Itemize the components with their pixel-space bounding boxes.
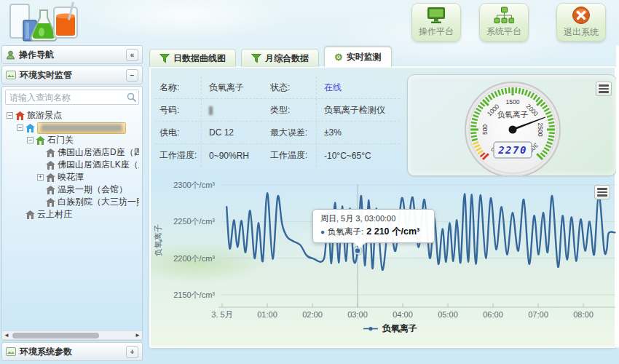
x-tick-label: 3. 5月: [211, 310, 232, 319]
house-gray-icon: [46, 198, 55, 207]
operate-platform-label: 操作平台: [419, 25, 454, 38]
field-value: 负氧离子检测仪: [317, 104, 400, 116]
tree-item-label: 映花潭: [58, 171, 84, 183]
field-label: 工作温度:: [270, 144, 317, 167]
expand-panel-button[interactable]: +: [126, 346, 138, 358]
horizontal-scrollbar[interactable]: ◄ ►: [2, 331, 142, 340]
collapse-sidebar-button[interactable]: «: [126, 49, 138, 61]
field-value: 0~90%RH: [202, 151, 270, 161]
gauge-title: 负氧离子: [497, 110, 529, 119]
tree-item[interactable]: 云上村庄: [5, 208, 139, 221]
field-label: 类型:: [270, 99, 317, 121]
picture-icon: [6, 347, 16, 356]
chart-legend[interactable]: 负氧离子: [363, 323, 417, 335]
gauge-tick-label: 2500: [537, 123, 544, 137]
tooltip-date: 周日, 5月 3, 03:00:00: [320, 213, 427, 224]
series-bullet-icon: ●: [320, 228, 325, 236]
funnel-icon: [251, 54, 261, 63]
field-value: [202, 105, 270, 115]
y-axis-title: 负氧离子: [154, 224, 162, 256]
lab-flasks-logo: [6, 1, 82, 44]
app-header: 操作平台 系统平台 退出系统: [0, 0, 619, 45]
tree-item[interactable]: +映花潭: [5, 171, 139, 183]
ion-gauge: 050010001500200025003000负氧离子2270: [408, 75, 617, 176]
tree-item[interactable]: −: [5, 122, 139, 134]
house-gray-icon: [25, 210, 35, 219]
system-platform-button[interactable]: 系统平台: [479, 3, 529, 41]
collapse-node-icon[interactable]: −: [27, 137, 33, 143]
tree-item[interactable]: −旅游景点: [5, 109, 139, 122]
selected-tree-item[interactable]: [37, 122, 126, 134]
collapse-panel-button[interactable]: −: [126, 69, 138, 82]
device-info-grid: 名称:负氧离子状态:在线号码:类型:负氧离子检测仪供电:DC 12最大误差:±3…: [155, 76, 400, 167]
nav-panel-header[interactable]: 操作导航 «: [1, 45, 143, 64]
x-tick-label: 04:00: [393, 310, 413, 319]
chart-menu-button[interactable]: [594, 185, 610, 199]
field-label: 号码:: [155, 99, 202, 121]
y-tick-label: 2250个/cm³: [173, 217, 215, 226]
tab-daily-curve[interactable]: 日数据曲线图: [149, 49, 236, 67]
exit-system-label: 退出系统: [564, 26, 599, 39]
device-info-row: 名称:负氧离子状态:在线: [155, 76, 400, 99]
tree-item[interactable]: 佛国山居酒店D座（四位-: [5, 146, 139, 159]
highlighted-data-point[interactable]: [355, 248, 360, 254]
system-platform-label: 系统平台: [486, 25, 521, 38]
redacted-value: [209, 106, 213, 115]
realtime-monitor-panel: 名称:负氧离子状态:在线号码:类型:负氧离子检测仪供电:DC 12最大误差:±3…: [149, 66, 616, 348]
tab-label: 月综合数据: [265, 52, 309, 65]
exit-system-button[interactable]: 退出系统: [556, 3, 606, 41]
tab-bar: 日数据曲线图 月综合数据 ⚙ 实时监测: [149, 47, 397, 67]
picture-icon: [6, 71, 16, 79]
params-panel-header[interactable]: 环境系统参数 +: [1, 342, 143, 361]
expand-node-icon[interactable]: +: [37, 174, 44, 181]
tab-monthly-data[interactable]: 月综合数据: [241, 49, 319, 67]
tooltip-value: 2 210 个/cm³: [366, 226, 419, 238]
tree-item-label: 云上村庄: [37, 208, 72, 221]
x-tick-label: 05:00: [438, 310, 458, 319]
tree-item[interactable]: 佛国山居酒店LK座（居有: [5, 159, 139, 171]
tree-item-label: 旅游景点: [27, 109, 62, 122]
funnel-icon: [159, 54, 170, 63]
house-green-icon: [36, 136, 45, 145]
tree-item[interactable]: 温泉一期（会馆）: [5, 183, 139, 196]
field-value: ±3%: [317, 127, 400, 138]
house-gray-icon: [46, 161, 55, 170]
house-gray-icon: [46, 186, 55, 194]
chart-area: 2300个/cm³2250个/cm³2200个/cm³2150个/cm³3. 5…: [151, 178, 618, 349]
x-tick-label: 07:00: [528, 310, 548, 319]
house-blue-icon: [25, 124, 35, 132]
x-tick-label: 06:00: [483, 310, 503, 319]
search-box: [5, 90, 139, 105]
page-scrollbar-track[interactable]: [616, 45, 619, 348]
params-panel-title: 环境系统参数: [20, 346, 72, 358]
tab-realtime-monitor[interactable]: ⚙ 实时监测: [324, 47, 392, 67]
device-info-row: 工作湿度:0~90%RH工作温度:-10°C~65°C: [155, 144, 400, 167]
x-tick-label: 01:00: [257, 310, 277, 319]
tree-item[interactable]: 白族别院（大三坊一照壁: [5, 196, 139, 208]
search-input[interactable]: [5, 90, 139, 105]
y-tick-label: 2300个/cm³: [173, 181, 215, 189]
x-tick-label: 02:00: [302, 310, 323, 319]
collapse-node-icon[interactable]: −: [7, 112, 13, 119]
field-label: 工作湿度:: [155, 144, 202, 167]
x-tick-label: 08:00: [573, 310, 594, 319]
tree-item[interactable]: −石门关: [5, 134, 139, 146]
gauge-tick-label: 1500: [506, 98, 520, 106]
operate-platform-button[interactable]: 操作平台: [411, 3, 461, 41]
scroll-right-icon[interactable]: ►: [135, 332, 141, 339]
field-label: 状态:: [270, 76, 317, 98]
monitor-panel-header[interactable]: 环境实时监管 −: [1, 66, 143, 84]
field-value: 在线: [317, 82, 400, 94]
collapse-node-icon[interactable]: −: [17, 124, 23, 131]
gauge-menu-button[interactable]: [596, 82, 612, 96]
house-red-icon: [15, 111, 25, 120]
scrollbar-thumb[interactable]: [12, 333, 99, 339]
search-icon[interactable]: [127, 92, 136, 102]
field-label: 供电:: [155, 122, 202, 143]
tooltip-series-label: 负氧离子:: [328, 226, 363, 237]
network-icon: [494, 7, 514, 24]
gauge-value: 2270: [497, 144, 527, 156]
legend-label: 负氧离子: [382, 323, 417, 335]
scroll-left-icon[interactable]: ◄: [4, 332, 9, 339]
monitor-panel-title: 环境实时监管: [20, 69, 72, 82]
